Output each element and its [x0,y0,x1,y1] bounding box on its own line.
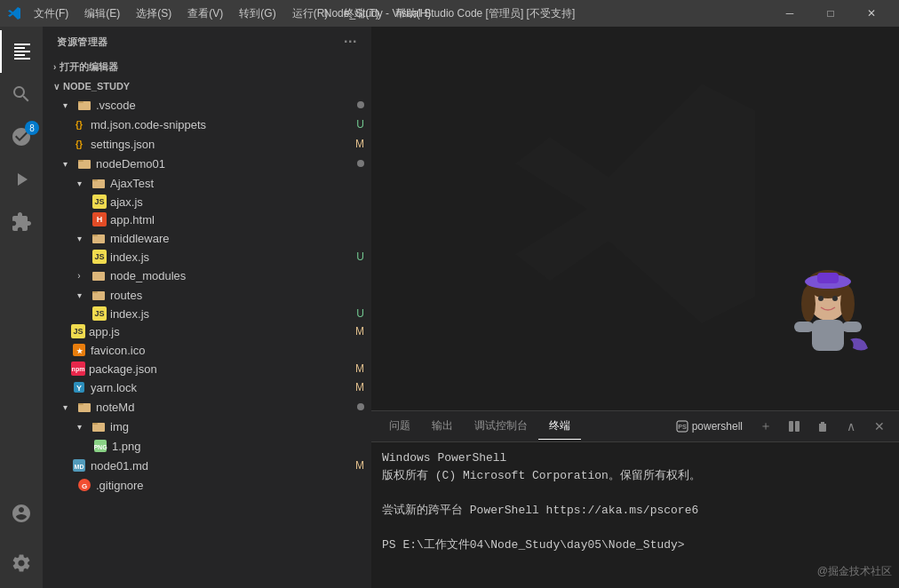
svg-rect-38 [789,421,793,432]
routes-index-badge: U [356,307,364,320]
svg-point-28 [840,286,855,322]
tree-app-html[interactable]: H app.html [43,211,371,228]
yarn-lock-label: yarn.lock [91,381,355,394]
right-area: 问题 输出 调试控制台 终端 PS powershell ＋ [371,27,899,588]
routes-index-label: index.js [110,307,356,321]
js-file-icon4: JS [71,324,85,338]
ajax-js-label: ajax.js [110,195,371,209]
js-file-icon3: JS [92,306,107,321]
svg-rect-3 [78,160,84,162]
md-file-icon: MD [71,457,87,473]
tree-middleware[interactable]: ▾ middleware [43,228,371,248]
tree-ajax-js[interactable]: JS ajax.js [43,193,371,211]
svg-text:MD: MD [75,464,84,470]
minimize-button[interactable]: ─ [769,0,810,27]
png-file-icon: PNG [92,438,108,454]
tree-routes-index[interactable]: JS index.js U [43,305,371,322]
menu-file[interactable]: 文件(F) [27,3,76,25]
tree-ajaxtest[interactable]: ▾ AjaxTest [43,173,371,193]
folder-middleware-icon [91,230,107,246]
activity-search[interactable] [0,73,43,115]
tree-node01md[interactable]: MD node01.md M [43,456,371,475]
md-snippets-badge: U [356,118,364,131]
open-editors-section[interactable]: › 打开的编辑器 [43,57,371,77]
svg-rect-18 [92,423,98,425]
terminal-tabs: 问题 输出 调试控制台 终端 PS powershell ＋ [371,411,899,442]
restore-button[interactable]: □ [810,0,851,27]
arrow-right-node: › [71,267,87,283]
package-json-label: package.json [89,362,355,376]
arrow-down-notemd: ▾ [57,399,73,415]
tree-favicon[interactable]: ★ favicon.ico [43,340,371,360]
terminal-trash-button[interactable] [810,414,835,439]
arrow-down-routes: ▾ [71,287,87,303]
tab-terminal[interactable]: 终端 [538,413,581,440]
git-file-icon: G [76,477,92,493]
activity-extensions[interactable] [0,201,43,243]
vscode-folder-label: .vscode [96,99,357,112]
activity-settings[interactable] [0,542,43,584]
sidebar-title: 资源管理器 [57,36,108,49]
term-line-5 [382,519,888,536]
terminal-chevron-up-button[interactable]: ∧ [839,414,863,439]
tab-debug-console[interactable]: 调试控制台 [464,413,538,440]
open-editors-label: 打开的编辑器 [60,60,118,74]
activity-explorer[interactable] [0,30,43,73]
tree-middleware-index[interactable]: JS index.js U [43,248,371,266]
project-section[interactable]: ∨ NODE_STUDY [43,77,371,95]
arrow-down-mid: ▾ [71,230,87,246]
tree-nodedemo01[interactable]: ▾ nodeDemo01 [43,154,371,173]
sidebar-more-button[interactable]: ··· [344,34,357,50]
tree-routes[interactable]: ▾ routes [43,285,371,305]
package-json-icon: npm [71,362,85,376]
tree-md-snippets[interactable]: {} md.json.code-snippets U [43,115,371,134]
project-arrow: ∨ [53,82,60,91]
menu-goto[interactable]: 转到(G) [232,3,282,25]
package-json-badge: M [355,362,364,375]
tree-package-json[interactable]: npm package.json M [43,360,371,377]
tree-settings-json[interactable]: {} settings.json M [43,134,371,154]
tree-node-modules[interactable]: › node_modules [43,266,371,285]
tree-vscode[interactable]: ▾ .vscode [43,95,371,115]
activity-accounts[interactable] [0,492,43,535]
terminal-content[interactable]: Windows PowerShell 版权所有 (C) Microsoft Co… [371,442,899,588]
tree-notemd[interactable]: ▾ noteMd [43,397,371,417]
svg-point-31 [818,296,823,301]
gitignore-label: .gitignore [96,479,371,492]
settings-badge: M [355,138,364,150]
yarn-lock-badge: M [355,381,364,393]
terminal-close-button[interactable]: ✕ [867,414,892,439]
md-snippets-label: md.json.code-snippets [91,118,356,131]
menu-edit[interactable]: 编辑(E) [77,3,127,25]
titlebar-title: Node_Study - Visual Studio Code [管理员] [不… [324,6,576,21]
activity-run[interactable] [0,158,43,201]
powershell-text: powershell [692,420,743,433]
svg-point-27 [801,286,815,322]
middleware-label: middleware [110,232,371,245]
app-js-badge: M [355,325,364,338]
powershell-label: PS powershell [669,417,750,436]
terminal-split-button[interactable] [782,414,807,439]
png-label: 1.png [112,440,371,453]
close-button[interactable]: ✕ [851,0,892,27]
menu-view[interactable]: 查看(V) [180,3,230,25]
file-tree: ▾ .vscode {} md.json.code-snippets U {} … [43,95,371,495]
tree-1png[interactable]: PNG 1.png [43,436,371,456]
tree-app-js[interactable]: JS app.js M [43,322,371,340]
middleware-index-badge: U [356,250,364,263]
svg-rect-7 [92,234,98,236]
tab-problems[interactable]: 问题 [378,413,421,440]
tree-gitignore[interactable]: G .gitignore [43,475,371,495]
tree-img[interactable]: ▾ img [43,417,371,436]
vscode-bg-logo [502,70,768,339]
tree-yarn-lock[interactable]: Y yarn.lock M [43,377,371,397]
tab-output[interactable]: 输出 [421,413,464,440]
settings-json-label: settings.json [91,138,355,151]
menu-select[interactable]: 选择(S) [129,3,179,25]
svg-rect-35 [842,322,862,332]
arrow-down-icon2: ▾ [57,155,73,171]
activity-git[interactable]: 8 [0,115,43,158]
snippets-file-icon: {} [71,116,87,132]
term-prompt-line: PS E:\工作文件04\Node_Study\day05\Node_Study… [382,536,888,554]
terminal-add-button[interactable]: ＋ [753,414,778,439]
